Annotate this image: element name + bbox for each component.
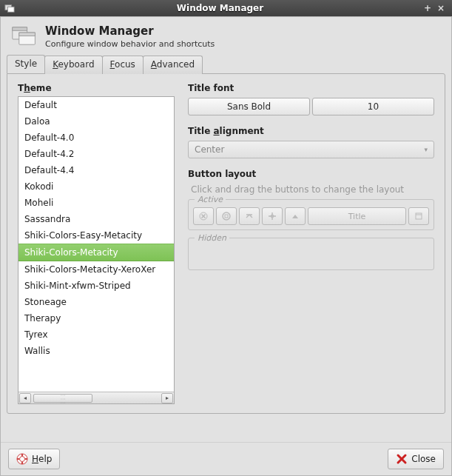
theme-item[interactable]: Default-4.2	[18, 146, 174, 162]
close-window-button[interactable]: ×	[434, 3, 448, 13]
btn-stick-icon[interactable]	[262, 207, 283, 225]
active-legend: Active	[195, 195, 226, 204]
theme-item[interactable]: Kokodi	[18, 178, 174, 195]
theme-item[interactable]: Shiki-Mint-xfwm-Striped	[18, 278, 174, 294]
theme-item[interactable]: Stoneage	[18, 294, 174, 310]
btn-close-icon[interactable]	[193, 207, 214, 225]
theme-label: Theme	[18, 83, 175, 93]
theme-item[interactable]: Default-4.4	[18, 162, 174, 178]
theme-item[interactable]: Default	[18, 97, 174, 113]
tab-container: Style Keyboard Focus Advanced Theme Defa…	[1, 55, 451, 414]
theme-item[interactable]: Default-4.0	[18, 130, 174, 146]
theme-hscrollbar[interactable]: ◂ ▸	[18, 392, 174, 403]
theme-item[interactable]: Shiki-Colors-Metacity-XeroXer	[18, 261, 174, 278]
active-buttons-group: Active Title	[188, 199, 434, 230]
app-icon	[4, 3, 15, 13]
hidden-legend: Hidden	[195, 233, 229, 243]
close-button[interactable]: Close	[388, 449, 444, 469]
window-title: Window Manager	[19, 3, 421, 13]
theme-item[interactable]: Moheli	[18, 195, 174, 211]
windows-icon	[11, 26, 38, 48]
svg-rect-8	[225, 215, 228, 218]
btn-maximize-icon[interactable]	[216, 207, 237, 225]
theme-item[interactable]: Wallis	[18, 343, 174, 359]
theme-item[interactable]: Therapy	[18, 310, 174, 326]
close-icon	[396, 453, 408, 465]
theme-item[interactable]: Shiki-Colors-Easy-Metacity	[18, 227, 174, 244]
btn-menu-icon[interactable]	[408, 207, 429, 225]
footer: Help Close	[1, 442, 451, 475]
alignment-select[interactable]: Center ▾	[188, 141, 434, 158]
help-icon	[16, 453, 28, 465]
theme-item[interactable]: Tyrex	[18, 326, 174, 343]
font-chooser-button[interactable]: Sans Bold	[188, 98, 310, 115]
svg-rect-10	[416, 213, 422, 219]
tab-advanced[interactable]: Advanced	[143, 56, 203, 74]
title-alignment-label: Title alignment	[188, 126, 434, 136]
scroll-thumb[interactable]	[33, 394, 92, 403]
btn-title-drag[interactable]: Title	[308, 207, 406, 225]
btn-minimize-icon[interactable]	[239, 207, 260, 225]
svg-point-7	[223, 212, 230, 220]
svg-rect-5	[19, 33, 36, 36]
tab-panel-style: Theme DefaultDaloaDefault-4.0Default-4.2…	[7, 73, 445, 414]
theme-item[interactable]: Shiki-Colors-Metacity	[18, 244, 174, 261]
tab-focus[interactable]: Focus	[102, 56, 144, 74]
button-layout-label: Button layout	[188, 169, 434, 179]
scroll-track[interactable]	[32, 394, 161, 403]
svg-rect-1	[7, 7, 14, 12]
titlebar[interactable]: Window Manager + ×	[0, 0, 452, 16]
tab-keyboard[interactable]: Keyboard	[44, 56, 102, 74]
maximize-button[interactable]: +	[421, 3, 434, 13]
help-button[interactable]: Help	[8, 449, 60, 469]
window-body: Window Manager Configure window behavior…	[0, 16, 452, 476]
header: Window Manager Configure window behavior…	[1, 17, 451, 55]
theme-list[interactable]: DefaultDaloaDefault-4.0Default-4.2Defaul…	[18, 96, 175, 404]
hidden-buttons-group[interactable]: Hidden	[188, 238, 434, 270]
button-layout-hint: Click and drag the buttons to change the…	[191, 184, 434, 195]
font-size-button[interactable]: 10	[312, 98, 434, 115]
page-title: Window Manager	[45, 24, 215, 38]
tab-style[interactable]: Style	[7, 55, 45, 73]
theme-item[interactable]: Sassandra	[18, 211, 174, 227]
theme-item[interactable]: Daloa	[18, 113, 174, 130]
page-subtitle: Configure window behavior and shortcuts	[45, 39, 215, 49]
scroll-right-button[interactable]: ▸	[161, 393, 173, 403]
svg-rect-3	[13, 27, 27, 30]
title-font-label: Title font	[188, 83, 434, 93]
btn-shade-icon[interactable]	[285, 207, 306, 225]
chevron-down-icon: ▾	[424, 146, 428, 153]
scroll-left-button[interactable]: ◂	[19, 393, 31, 403]
